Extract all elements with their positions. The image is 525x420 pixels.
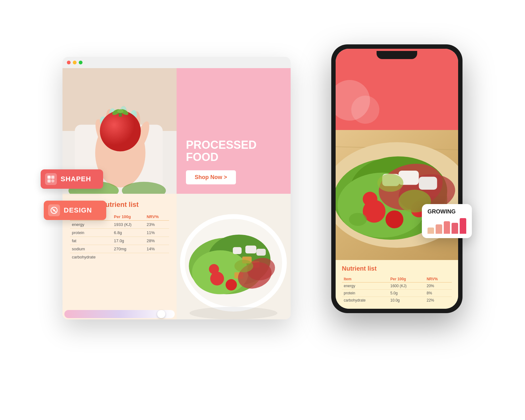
row-nrv: 14% — [145, 245, 169, 253]
dot-red — [67, 61, 71, 64]
svg-point-39 — [189, 307, 277, 319]
phone-nutrient-title: Nutrient list — [342, 265, 452, 272]
svg-point-43 — [51, 179, 54, 182]
phone-table-row: protein 5.0g 8% — [342, 290, 452, 297]
phone-table-row: carbohydrate 10.0g 22% — [342, 297, 452, 304]
row-item: protein — [70, 229, 112, 237]
processed-food-heading: PROCESSED FOOD — [186, 139, 281, 163]
phone-notch — [377, 51, 417, 59]
phone-top-section — [336, 61, 458, 130]
svg-point-68 — [349, 213, 367, 226]
browser-titlebar — [62, 57, 291, 68]
phone-col-item: Item — [342, 276, 388, 282]
bar-chart-bar — [436, 224, 442, 234]
bar-chart-bar — [428, 228, 434, 234]
bar-chart-bar — [444, 221, 450, 234]
bar-chart — [428, 218, 466, 234]
table-row: protein 6.8g 11% — [70, 229, 169, 237]
row-item: energy — [70, 221, 112, 229]
svg-point-58 — [363, 192, 378, 207]
shapeh-icon — [45, 173, 57, 185]
phone-food-image — [336, 130, 458, 260]
row-nrv: 11% — [145, 229, 169, 237]
col-header-per100g: Per 100g — [112, 213, 145, 221]
svg-point-66 — [378, 174, 403, 192]
row-item: sodium — [70, 245, 112, 253]
svg-rect-42 — [48, 179, 51, 182]
cell-bottom-right — [177, 194, 291, 319]
svg-rect-34 — [256, 249, 266, 256]
svg-rect-63 — [419, 177, 437, 190]
growing-card: GROWING — [422, 204, 472, 238]
cell-top-right: PROCESSED FOOD Shop Now > — [177, 68, 291, 194]
svg-point-38 — [234, 260, 253, 272]
svg-point-29 — [209, 264, 219, 274]
svg-point-57 — [386, 210, 403, 228]
phone-mockup: Nutrient list Item Per 100g NRV% energy … — [331, 44, 462, 313]
table-row: energy 1933 (KJ) 23% — [70, 221, 169, 229]
phone-table-row: energy 1600 (KJ) 20% — [342, 282, 452, 290]
row-nrv — [145, 253, 169, 261]
phone-nutrient-section: Nutrient list Item Per 100g NRV% energy … — [336, 260, 458, 309]
table-row: sodium 270mg 14% — [70, 245, 169, 253]
growing-card-title: GROWING — [428, 208, 466, 215]
table-row: fat 17.0g 28% — [70, 237, 169, 245]
design-label-text: DESIGN — [64, 206, 92, 214]
design-icon — [48, 204, 60, 216]
browser-mockup: PROCESSED FOOD Shop Now > Nutrient list … — [62, 57, 291, 319]
nutrient-table: Item Per 100g NRV% energy 1933 (KJ) 23% … — [70, 213, 169, 261]
svg-rect-41 — [51, 176, 54, 179]
phone-nutrient-table: Item Per 100g NRV% energy 1600 (KJ) 20% … — [342, 276, 452, 304]
row-per100g: 6.8g — [112, 229, 145, 237]
phone-notch-bar — [336, 49, 458, 61]
phone-inner: Nutrient list Item Per 100g NRV% energy … — [336, 49, 458, 309]
phone-col-nrv: NRV% — [425, 276, 452, 282]
browser-content: PROCESSED FOOD Shop Now > Nutrient list … — [62, 68, 291, 319]
phone-col-per100g: Per 100g — [388, 276, 425, 282]
phone-circle-2 — [351, 96, 379, 124]
scene: PROCESSED FOOD Shop Now > Nutrient list … — [62, 38, 462, 382]
row-item: carbohydrate — [70, 253, 112, 261]
svg-point-28 — [226, 279, 237, 290]
svg-rect-35 — [233, 247, 242, 254]
svg-point-46 — [53, 209, 55, 211]
row-nrv: 28% — [145, 237, 169, 245]
bar-chart-bar — [452, 223, 458, 234]
row-nrv: 23% — [145, 221, 169, 229]
row-per100g: 1933 (KJ) — [112, 221, 145, 229]
bar-chart-bar — [460, 218, 466, 234]
table-row: carbohydrate — [70, 253, 169, 261]
svg-point-18 — [117, 109, 123, 113]
dot-yellow — [73, 61, 77, 64]
row-item: fat — [70, 237, 112, 245]
row-per100g — [112, 253, 145, 261]
row-per100g: 270mg — [112, 245, 145, 253]
col-header-nrv: NRV% — [145, 213, 169, 221]
float-label-design: DESIGN — [44, 201, 106, 220]
shapeh-label-text: SHAPEH — [61, 175, 91, 183]
dot-green — [79, 61, 82, 64]
row-per100g: 17.0g — [112, 237, 145, 245]
shop-now-button[interactable]: Shop Now > — [186, 170, 236, 184]
svg-rect-40 — [48, 176, 51, 179]
svg-rect-33 — [245, 246, 256, 253]
float-label-shapeh: SHAPEH — [41, 169, 103, 189]
